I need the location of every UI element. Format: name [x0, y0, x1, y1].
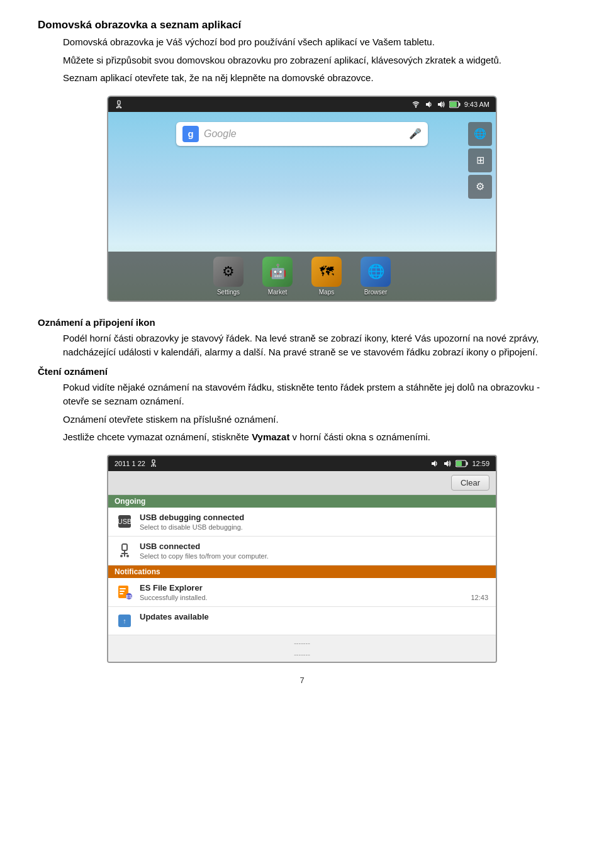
- para-2: Můžete si přizpůsobit svou domovskou obr…: [63, 53, 566, 68]
- section-notifications: Oznámení a připojení ikon Podél horní čá…: [38, 317, 566, 445]
- search-bar-container: g Google 🎤: [108, 112, 496, 152]
- right-panel: 🌐 ⊞ ⚙: [464, 118, 496, 203]
- notifications-section-header: Notifications: [108, 565, 496, 578]
- usb-connected-icon: [116, 542, 133, 559]
- notif-volume-icon: [443, 459, 452, 468]
- notif-speaker-icon: [430, 459, 439, 468]
- notif-item-usb-connected-content: USB connected Select to copy files to/fr…: [140, 542, 488, 560]
- svg-text:ES: ES: [126, 594, 132, 599]
- para-notif-4-bold: Vymazat: [252, 431, 289, 442]
- svg-marker-16: [432, 460, 435, 467]
- speaker-icon: [424, 100, 433, 109]
- notif-item-es-file[interactable]: ES ES File Explorer Successfully install…: [108, 578, 496, 607]
- svg-text:USB: USB: [118, 518, 132, 525]
- usb-connected-title: USB connected: [140, 542, 488, 551]
- para-1: Domovská obrazovka je Váš výchozí bod pr…: [63, 35, 566, 50]
- settings-button[interactable]: ⚙: [468, 175, 492, 199]
- svg-rect-10: [459, 103, 460, 106]
- para-notif-2: Pokud vidíte nějaké oznámení na stavovém…: [63, 381, 566, 409]
- svg-marker-17: [444, 460, 448, 467]
- tablet-screenshot: 9:43 AM g Google 🎤 🌐 ⊞ ⚙ ⚙ Settings: [107, 96, 497, 302]
- para-notif-4-prefix: Jestliže chcete vymazat oznámení, stiskn…: [63, 431, 252, 442]
- google-logo: g: [182, 126, 199, 142]
- updates-title: Updates available: [140, 612, 488, 621]
- subsection-heading: Čtení oznámení: [38, 366, 566, 377]
- notif-statusbar: 2011 1 22: [108, 456, 496, 471]
- grid-button[interactable]: ⊞: [468, 148, 492, 172]
- es-file-time: 12:43: [471, 594, 488, 601]
- usb-debug-title: USB debugging connected: [140, 513, 488, 522]
- ongoing-label: Ongoing: [115, 497, 145, 506]
- search-bar[interactable]: g Google 🎤: [176, 122, 428, 146]
- maps-dock-label: Maps: [319, 289, 334, 296]
- svg-point-14: [151, 465, 152, 467]
- svg-rect-0: [118, 101, 120, 104]
- notif-footer: -------: [108, 635, 496, 650]
- usb-debug-svg: USB: [117, 514, 132, 529]
- notif-item-usb-debug-content: USB debugging connected Select to disabl…: [140, 513, 488, 531]
- svg-text:↑: ↑: [123, 617, 126, 625]
- svg-rect-23: [122, 544, 127, 550]
- wallpaper-area: [108, 152, 496, 247]
- page-number: 7: [38, 676, 566, 685]
- es-file-subtitle: Successfully installed.: [140, 594, 464, 601]
- notif-item-usb-connected[interactable]: USB connected Select to copy files to/fr…: [108, 537, 496, 565]
- usb-connected-svg: [117, 543, 132, 558]
- notif-header: Clear: [108, 471, 496, 495]
- notifications-label: Notifications: [115, 567, 160, 576]
- browser-dock-label: Browser: [364, 289, 388, 296]
- svg-point-27: [126, 555, 129, 557]
- es-file-title: ES File Explorer: [140, 583, 464, 593]
- microphone-icon[interactable]: 🎤: [409, 128, 422, 140]
- tablet-body: g Google 🎤 🌐 ⊞ ⚙ ⚙ Settings 🤖 Market �: [108, 112, 496, 301]
- notif-statusbar-right: 12:59: [430, 459, 489, 468]
- browser-dock-icon: 🌐: [361, 257, 391, 287]
- es-file-svg: ES: [117, 584, 132, 599]
- svg-rect-29: [120, 588, 126, 589]
- svg-point-5: [415, 106, 416, 107]
- notification-screenshot: 2011 1 22: [107, 455, 497, 663]
- svg-rect-19: [456, 461, 462, 466]
- section-heading-2: Oznámení a připojení ikon: [38, 317, 566, 328]
- volume-icon: [437, 100, 445, 109]
- para-notif-4: Jestliže chcete vymazat oznámení, stiskn…: [63, 430, 566, 445]
- svg-rect-11: [152, 460, 155, 463]
- market-dock-label: Market: [268, 289, 288, 296]
- para-notif-3: Oznámení otevřete stiskem na příslušné o…: [63, 413, 566, 427]
- dock-item-market[interactable]: 🤖 Market: [262, 257, 293, 296]
- svg-rect-31: [120, 593, 123, 594]
- notif-footer-2: -------: [108, 650, 496, 662]
- battery-icon: [449, 101, 461, 108]
- svg-marker-6: [426, 101, 430, 108]
- notif-battery-icon: [456, 460, 468, 467]
- usb-icon: [115, 100, 123, 109]
- notif-item-updates-content: Updates available: [140, 612, 488, 621]
- search-field[interactable]: Google: [204, 128, 409, 140]
- settings-dock-label: Settings: [217, 289, 240, 296]
- notif-time: 12:59: [472, 460, 489, 467]
- svg-point-26: [120, 555, 123, 557]
- clear-button[interactable]: Clear: [451, 475, 489, 491]
- es-file-icon: ES: [116, 583, 133, 601]
- updates-icon: ↑: [116, 612, 133, 630]
- svg-point-4: [120, 106, 121, 108]
- notif-usb-icon: [149, 459, 158, 468]
- dock-area: ⚙ Settings 🤖 Market 🗺 Maps 🌐 Browser: [108, 252, 496, 301]
- notif-item-usb-debug[interactable]: USB USB debugging connected Select to di…: [108, 508, 496, 537]
- globe-button[interactable]: 🌐: [468, 122, 492, 146]
- dock-item-maps[interactable]: 🗺 Maps: [311, 257, 342, 296]
- notif-item-updates[interactable]: ↑ Updates available: [108, 607, 496, 635]
- dock-item-browser[interactable]: 🌐 Browser: [361, 257, 391, 296]
- dock-item-settings[interactable]: ⚙ Settings: [213, 257, 243, 296]
- wifi-icon: [411, 100, 420, 109]
- tablet-statusbar: 9:43 AM: [108, 97, 496, 112]
- statusbar-right-icons: 9:43 AM: [411, 100, 489, 109]
- section-heading-1: Domovská obrazovka a seznam aplikací: [38, 19, 566, 31]
- svg-rect-30: [120, 591, 125, 592]
- usb-debug-subtitle: Select to disable USB debugging.: [140, 523, 488, 531]
- notif-statusbar-left: 2011 1 22: [115, 459, 158, 468]
- svg-marker-7: [438, 101, 442, 108]
- para-3: Seznam aplikací otevřete tak, že na něj …: [63, 71, 566, 86]
- svg-rect-9: [450, 102, 457, 107]
- market-dock-icon: 🤖: [262, 257, 293, 287]
